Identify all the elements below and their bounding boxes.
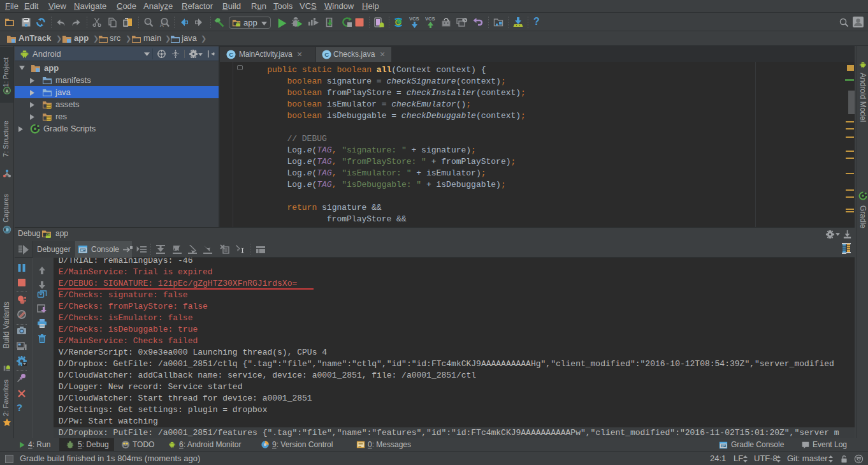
svg-text:A: A xyxy=(160,22,164,28)
svg-text:C: C xyxy=(324,51,329,58)
svg-text:C: C xyxy=(229,51,233,58)
svg-text:VCS: VCS xyxy=(409,16,419,22)
svg-text:VCS: VCS xyxy=(425,16,435,22)
